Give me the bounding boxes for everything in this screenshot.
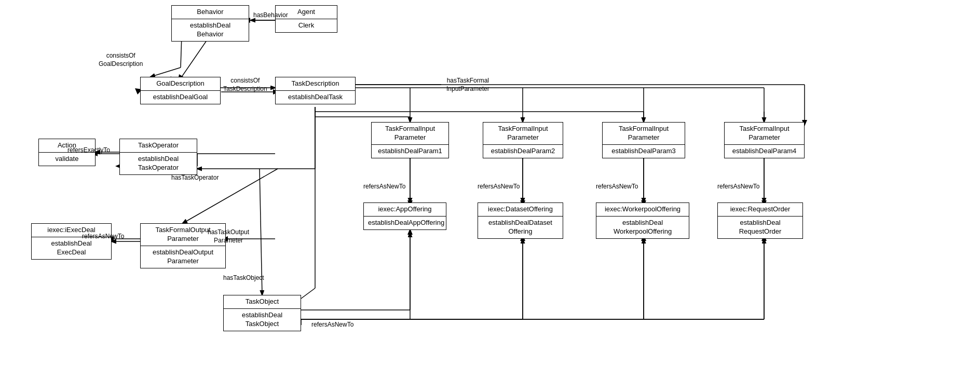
action-instance: validate: [39, 153, 95, 166]
task-operator-title: TaskOperator: [120, 139, 197, 153]
request-order-box: iexec:RequestOrder establishDealRequestO…: [717, 202, 803, 239]
task-formal-input4-title: TaskFormalInputParameter: [725, 123, 804, 145]
label-refers-as-new-to-4: refersAsNewTo: [717, 183, 759, 191]
behavior-instance: establishDealBehavior: [172, 19, 249, 41]
label-refers-exactly-to: refersExactlyTo: [67, 146, 110, 155]
label-has-task-formal-input: hasTaskFormalInputParameter: [446, 77, 489, 93]
task-formal-input1-title: TaskFormalInputParameter: [372, 123, 448, 145]
task-desc-box: TaskDescription establishDealTask: [275, 77, 356, 104]
workerpool-offering-box: iexec:WorkerpoolOffering establishDealWo…: [596, 202, 689, 239]
app-offering-box: iexec:AppOffering establishDealAppOfferi…: [363, 202, 446, 230]
label-refers-as-new-to-output: refersAsNewTo: [82, 233, 124, 241]
svg-line-59: [151, 67, 181, 77]
dataset-offering-instance: establishDealDatasetOffering: [478, 217, 563, 238]
request-order-title: iexec:RequestOrder: [718, 203, 802, 217]
svg-line-52: [182, 35, 210, 77]
task-formal-input4-box: TaskFormalInputParameter establishDealPa…: [724, 122, 805, 158]
label-consists-of-task: consistsOfTaskDescription: [223, 77, 267, 93]
label-has-task-operator: hasTaskOperator: [171, 174, 219, 182]
app-offering-title: iexec:AppOffering: [364, 203, 446, 217]
app-offering-instance: establishDealAppOffering: [364, 217, 446, 229]
task-desc-title: TaskDescription: [276, 77, 355, 91]
label-has-behavior: hasBehavior: [253, 11, 288, 20]
goal-desc-instance: establishDealGoal: [141, 91, 220, 104]
task-formal-input1-instance: establishDealParam1: [372, 145, 448, 158]
request-order-instance: establishDealRequestOrder: [718, 217, 802, 238]
workerpool-offering-instance: establishDealWorkerpoolOffering: [596, 217, 689, 238]
iexec-deal-box: iexec:iExecDeal establishDealExecDeal: [31, 223, 112, 260]
label-consists-of-goal: consistsOfGoalDescription: [99, 52, 143, 68]
svg-line-37: [301, 288, 315, 299]
task-formal-input3-title: TaskFormalInputParameter: [603, 123, 685, 145]
label-has-task-object: hasTaskObject: [223, 274, 264, 282]
label-refers-as-new-to-1: refersAsNewTo: [363, 183, 405, 191]
label-refers-as-new-to-2: refersAsNewTo: [478, 183, 520, 191]
task-formal-output-instance: establishDealOutputParameter: [141, 246, 225, 268]
task-formal-input2-title: TaskFormalInputParameter: [483, 123, 563, 145]
workerpool-offering-title: iexec:WorkerpoolOffering: [596, 203, 689, 217]
label-refers-as-new-to-object: refersAsNewTo: [311, 321, 353, 329]
goal-desc-title: GoalDescription: [141, 77, 220, 91]
dataset-offering-title: iexec:DatasetOffering: [478, 203, 563, 217]
agent-instance: Clerk: [276, 19, 337, 32]
task-formal-input1-box: TaskFormalInputParameter establishDealPa…: [371, 122, 449, 158]
task-formal-input2-instance: establishDealParam2: [483, 145, 563, 158]
task-formal-input2-box: TaskFormalInputParameter establishDealPa…: [483, 122, 563, 158]
task-desc-instance: establishDealTask: [276, 91, 355, 104]
label-refers-as-new-to-3: refersAsNewTo: [596, 183, 638, 191]
goal-desc-box: GoalDescription establishDealGoal: [140, 77, 221, 104]
task-operator-box: TaskOperator establishDealTaskOperator: [119, 139, 197, 175]
task-operator-instance: establishDealTaskOperator: [120, 153, 197, 174]
behavior-title: Behavior: [172, 6, 249, 19]
task-formal-input3-box: TaskFormalInputParameter establishDealPa…: [602, 122, 685, 158]
behavior-box: Behavior establishDealBehavior: [171, 5, 249, 42]
task-formal-input4-instance: establishDealParam4: [725, 145, 804, 158]
task-object-title: TaskObject: [224, 295, 301, 309]
label-has-task-output: hasTaskOutputParameter: [208, 228, 249, 245]
diagram-container: Behavior establishDealBehavior Agent Cle…: [0, 0, 980, 365]
dataset-offering-box: iexec:DatasetOffering establishDealDatas…: [478, 202, 563, 239]
task-object-instance: establishDealTaskObject: [224, 309, 301, 331]
task-object-box: TaskObject establishDealTaskObject: [223, 295, 301, 331]
task-formal-input3-instance: establishDealParam3: [603, 145, 685, 158]
